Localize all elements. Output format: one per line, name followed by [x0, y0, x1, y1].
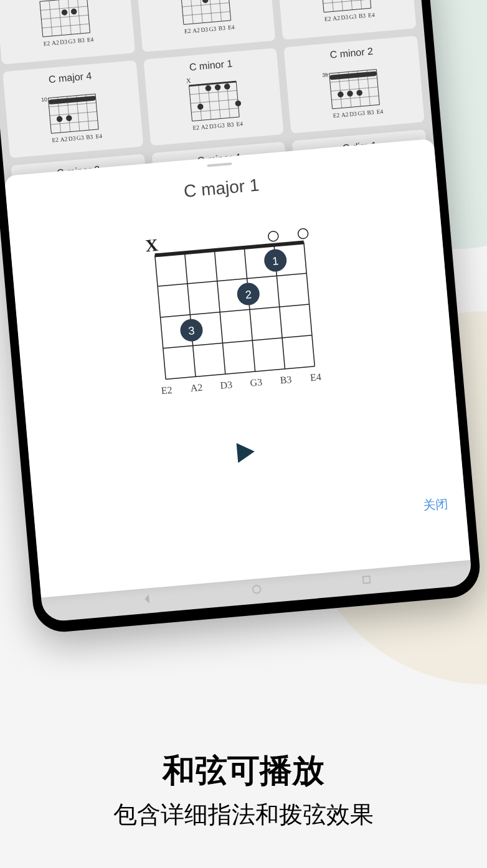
svg-point-75: [214, 84, 220, 90]
svg-text:X: X: [186, 77, 191, 85]
svg-point-132: [252, 585, 261, 594]
svg-point-56: [56, 116, 62, 122]
chord-card[interactable]: E2 A2 D3 G3 B3 E4: [0, 0, 135, 65]
phone-screen: E2 A2 D3 G3 B3 E4: [0, 0, 473, 622]
play-icon: [231, 439, 258, 465]
chord-diagram-mini: E2 A2 D3 G3 B3 E4: [281, 0, 412, 34]
svg-line-50: [50, 111, 97, 116]
svg-line-3: [42, 24, 90, 28]
recent-icon[interactable]: [361, 574, 373, 586]
svg-text:E4: E4: [227, 24, 235, 31]
svg-line-23: [218, 0, 221, 21]
chord-diagram-large: X: [126, 220, 339, 405]
svg-text:E2: E2: [52, 137, 59, 144]
svg-text:E2: E2: [161, 385, 173, 396]
svg-line-68: [191, 100, 238, 104]
svg-line-22: [209, 0, 212, 22]
svg-text:G3: G3: [209, 26, 217, 32]
svg-text:B3: B3: [359, 12, 366, 19]
svg-point-74: [205, 85, 211, 91]
svg-rect-0: [40, 0, 90, 37]
chord-diagram-mini: E2 A2 D3 G3 B3 E4: [141, 0, 272, 45]
svg-text:G3: G3: [68, 38, 76, 45]
svg-text:X: X: [144, 235, 159, 256]
svg-text:A2: A2: [60, 136, 68, 142]
svg-text:E2: E2: [324, 16, 332, 22]
svg-text:B3: B3: [86, 134, 93, 141]
chord-card[interactable]: C minor 1 X: [143, 48, 284, 146]
svg-text:G3: G3: [217, 122, 225, 129]
svg-text:A2: A2: [201, 124, 209, 131]
home-icon[interactable]: [250, 583, 263, 595]
marketing-subheadline: 包含详细指法和拨弦效果: [0, 799, 487, 831]
svg-text:E2: E2: [333, 112, 341, 119]
svg-line-18: [182, 2, 229, 7]
svg-text:D3: D3: [341, 14, 349, 21]
svg-text:B3: B3: [367, 109, 374, 116]
svg-line-35: [331, 0, 334, 11]
svg-point-106: [298, 228, 308, 239]
svg-text:A2: A2: [341, 111, 349, 118]
svg-text:G3: G3: [357, 110, 366, 117]
svg-text:A2: A2: [52, 39, 60, 46]
svg-text:3: 3: [188, 324, 196, 337]
svg-text:E4: E4: [310, 371, 321, 383]
svg-text:E4: E4: [87, 36, 94, 43]
svg-marker-130: [237, 442, 256, 463]
svg-point-57: [66, 115, 72, 121]
svg-text:G3: G3: [77, 134, 85, 141]
svg-text:A2: A2: [333, 15, 341, 22]
svg-line-7: [77, 0, 80, 34]
svg-line-67: [189, 90, 237, 95]
svg-rect-48: [49, 96, 96, 105]
back-icon[interactable]: [141, 593, 153, 605]
svg-line-117: [166, 366, 314, 380]
close-button[interactable]: 关闭: [422, 495, 448, 514]
svg-text:A2: A2: [192, 27, 200, 34]
svg-text:E4: E4: [236, 121, 244, 128]
svg-text:D3: D3: [68, 135, 76, 142]
svg-line-21: [199, 0, 202, 23]
chord-diagram-mini: 10 E2 A2 D3: [8, 82, 139, 151]
svg-text:E4: E4: [368, 12, 376, 19]
svg-point-24: [202, 0, 208, 3]
svg-line-34: [323, 0, 371, 3]
svg-line-115: [160, 304, 309, 317]
svg-point-97: [356, 90, 362, 96]
svg-line-114: [158, 273, 306, 286]
svg-text:A2: A2: [190, 382, 203, 394]
chord-detail-modal: C major 1 X: [4, 139, 471, 598]
svg-text:G3: G3: [250, 376, 263, 388]
svg-text:D3: D3: [209, 123, 217, 129]
svg-text:B3: B3: [280, 374, 292, 386]
svg-text:G3: G3: [349, 13, 357, 20]
svg-text:B3: B3: [227, 121, 234, 128]
svg-text:2: 2: [245, 288, 252, 301]
chord-card[interactable]: E2 A2 D3 G3 B3 E4: [133, 0, 276, 52]
svg-text:E2: E2: [43, 40, 50, 47]
svg-text:E2: E2: [192, 124, 200, 131]
svg-text:E4: E4: [377, 108, 384, 115]
play-button[interactable]: [41, 422, 448, 483]
chord-card[interactable]: C minor 2 3fr: [284, 35, 425, 133]
svg-text:3fr: 3fr: [322, 72, 329, 78]
chord-diagram-mini: X E2: [149, 69, 280, 139]
svg-rect-133: [363, 576, 371, 584]
modal-drag-handle[interactable]: [207, 162, 232, 167]
chord-card[interactable]: C major 4 10: [2, 60, 143, 158]
svg-point-8: [61, 9, 67, 16]
svg-text:D3: D3: [220, 379, 233, 391]
chord-diagram-mini: E2 A2 D3 G3 B3 E4: [0, 0, 131, 58]
svg-text:D3: D3: [349, 111, 357, 118]
chord-card[interactable]: E2 A2 D3 G3 B3 E4: [273, 0, 416, 40]
svg-marker-131: [144, 594, 149, 604]
svg-rect-31: [321, 0, 371, 12]
svg-text:E4: E4: [95, 133, 103, 140]
marketing-section: 和弦可播放 包含详细指法和拨弦效果: [0, 749, 487, 831]
marketing-headline: 和弦可播放: [0, 749, 487, 793]
modal-chord-title: C major 1: [19, 161, 425, 216]
svg-line-19: [182, 12, 230, 16]
svg-line-36: [340, 0, 343, 11]
svg-line-37: [349, 0, 352, 10]
svg-text:B3: B3: [77, 37, 85, 44]
